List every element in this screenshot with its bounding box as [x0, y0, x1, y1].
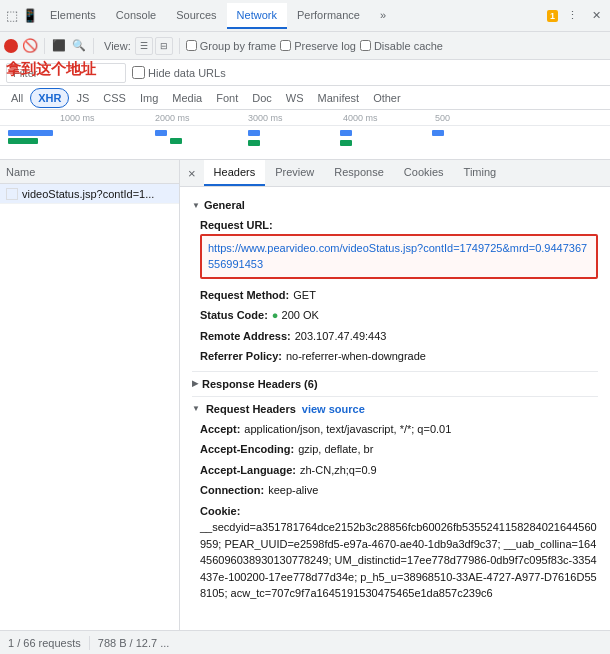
request-method-label: Request Method:	[200, 287, 289, 304]
details-tab-bar: × Headers Preview Response Cookies Timin…	[180, 160, 610, 187]
remote-address-label: Remote Address:	[200, 328, 291, 345]
device-icon[interactable]: 📱	[22, 8, 38, 24]
timeline-bar-9	[432, 130, 444, 136]
timeline-mark-5000: 500	[435, 113, 450, 123]
request-headers-section-header[interactable]: Request Headers view source	[192, 403, 598, 415]
type-tab-js[interactable]: JS	[69, 89, 96, 107]
response-headers-section: Response Headers (6)	[192, 378, 598, 390]
inspect-icon[interactable]: ⬚	[4, 8, 20, 24]
detail-tab-headers[interactable]: Headers	[204, 160, 266, 186]
type-tab-css[interactable]: CSS	[96, 89, 133, 107]
list-view-button[interactable]: ☰	[135, 37, 153, 55]
toolbar-divider-1	[44, 38, 45, 54]
close-icon[interactable]: ✕	[586, 6, 606, 26]
type-tab-img[interactable]: Img	[133, 89, 165, 107]
type-tab-all[interactable]: All	[4, 89, 30, 107]
general-section: General Request URL: https://www.pearvid…	[192, 199, 598, 365]
status-code-label: Status Code:	[200, 307, 268, 324]
section-separator-2	[192, 396, 598, 397]
status-requests: 1 / 66 requests	[8, 637, 81, 649]
disable-cache-label[interactable]: Disable cache	[360, 40, 443, 52]
accept-encoding-value: gzip, deflate, br	[298, 441, 373, 458]
headers-content: General Request URL: https://www.pearvid…	[180, 187, 610, 614]
type-tab-xhr[interactable]: XHR	[30, 88, 69, 108]
status-divider	[89, 636, 90, 650]
cookie-value: __secdyid=a351781764dce2152b3c28856fcb60…	[200, 519, 598, 602]
request-url-value-highlighted[interactable]: https://www.pearvideo.com/videoStatus.js…	[200, 234, 598, 279]
detail-tab-response[interactable]: Response	[324, 160, 394, 186]
request-method-value: GET	[293, 287, 316, 304]
type-tab-manifest[interactable]: Manifest	[311, 89, 367, 107]
requests-header: Name	[0, 160, 179, 184]
timeline-bar-6	[248, 140, 260, 146]
timeline-bar-2	[8, 138, 38, 144]
general-section-header[interactable]: General	[192, 199, 598, 211]
response-headers-section-header[interactable]: Response Headers (6)	[192, 378, 598, 390]
timeline-mark-3000: 3000 ms	[248, 113, 283, 123]
timeline-bar-4	[170, 138, 182, 144]
type-tab-font[interactable]: Font	[209, 89, 245, 107]
request-file-icon	[6, 188, 18, 200]
request-headers-body: Accept: application/json, text/javascrip…	[192, 421, 598, 602]
referrer-policy-label: Referrer Policy:	[200, 348, 282, 365]
detail-tab-preview[interactable]: Preview	[265, 160, 324, 186]
record-button[interactable]	[4, 39, 18, 53]
request-headers-section: Request Headers view source Accept: appl…	[192, 403, 598, 602]
timeline-bar-5	[248, 130, 260, 136]
tab-more[interactable]: »	[370, 3, 396, 29]
devtools-tabs: Elements Console Sources Network Perform…	[40, 3, 541, 29]
toolbar-divider-3	[179, 38, 180, 54]
disable-cache-checkbox[interactable]	[360, 40, 371, 51]
detail-tab-timing[interactable]: Timing	[454, 160, 507, 186]
filter-icon[interactable]: ⬛	[51, 38, 67, 54]
tab-network[interactable]: Network	[227, 3, 287, 29]
type-tab-media[interactable]: Media	[165, 89, 209, 107]
status-bar: 1 / 66 requests 788 B / 12.7 ...	[0, 630, 610, 654]
type-tab-other[interactable]: Other	[366, 89, 408, 107]
timeline-ruler: 1000 ms 2000 ms 3000 ms 4000 ms 500	[0, 110, 610, 126]
details-panel: × Headers Preview Response Cookies Timin…	[180, 160, 610, 630]
tab-console[interactable]: Console	[106, 3, 166, 29]
requests-panel: Name 拿到这个地址 videoStatus.jsp?contId=1...	[0, 160, 180, 630]
hide-data-urls-checkbox[interactable]	[132, 66, 145, 79]
type-tab-ws[interactable]: WS	[279, 89, 311, 107]
group-by-frame-checkbox[interactable]	[186, 40, 197, 51]
timeline-bar-8	[340, 140, 352, 146]
preserve-log-label[interactable]: Preserve log	[280, 40, 356, 52]
request-method-row: Request Method: GET	[200, 287, 598, 304]
remote-address-value: 203.107.47.49:443	[295, 328, 387, 345]
top-right-icons: 1 ⋮ ✕	[547, 6, 606, 26]
close-detail-button[interactable]: ×	[180, 162, 204, 185]
hide-data-urls-label[interactable]: Hide data URLs	[132, 66, 226, 79]
main-content: Name 拿到这个地址 videoStatus.jsp?contId=1... …	[0, 160, 610, 630]
general-section-body: Request URL: https://www.pearvideo.com/v…	[192, 217, 598, 365]
referrer-policy-value: no-referrer-when-downgrade	[286, 348, 426, 365]
section-separator-1	[192, 371, 598, 372]
connection-label: Connection:	[200, 482, 264, 499]
accept-row: Accept: application/json, text/javascrip…	[200, 421, 598, 438]
type-filter-bar: All XHR JS CSS Img Media Font Doc WS Man…	[0, 86, 610, 110]
tab-sources[interactable]: Sources	[166, 3, 226, 29]
clear-button[interactable]: 🚫	[22, 38, 38, 54]
timeline-mark-4000: 4000 ms	[343, 113, 378, 123]
type-tab-doc[interactable]: Doc	[245, 89, 279, 107]
devtools-topbar: ⬚ 📱 Elements Console Sources Network Per…	[0, 0, 610, 32]
view-source-link[interactable]: view source	[302, 403, 365, 415]
request-url-row: Request URL: https://www.pearvideo.com/v…	[200, 217, 598, 283]
tab-elements[interactable]: Elements	[40, 3, 106, 29]
status-size: 788 B / 12.7 ...	[98, 637, 170, 649]
large-view-button[interactable]: ⊟	[155, 37, 173, 55]
settings-icon[interactable]: ⋮	[562, 6, 582, 26]
accept-language-row: Accept-Language: zh-CN,zh;q=0.9	[200, 462, 598, 479]
view-toggle-group: ☰ ⊟	[135, 37, 173, 55]
accept-value: application/json, text/javascript, */*; …	[244, 421, 451, 438]
preserve-log-checkbox[interactable]	[280, 40, 291, 51]
group-by-frame-label[interactable]: Group by frame	[186, 40, 276, 52]
timeline-bar-7	[340, 130, 352, 136]
tab-performance[interactable]: Performance	[287, 3, 370, 29]
request-item-videostatus[interactable]: videoStatus.jsp?contId=1...	[0, 184, 179, 204]
search-icon[interactable]: 🔍	[71, 38, 87, 54]
timeline-area: 1000 ms 2000 ms 3000 ms 4000 ms 500	[0, 110, 610, 160]
detail-tab-cookies[interactable]: Cookies	[394, 160, 454, 186]
filter-input[interactable]	[6, 63, 126, 83]
